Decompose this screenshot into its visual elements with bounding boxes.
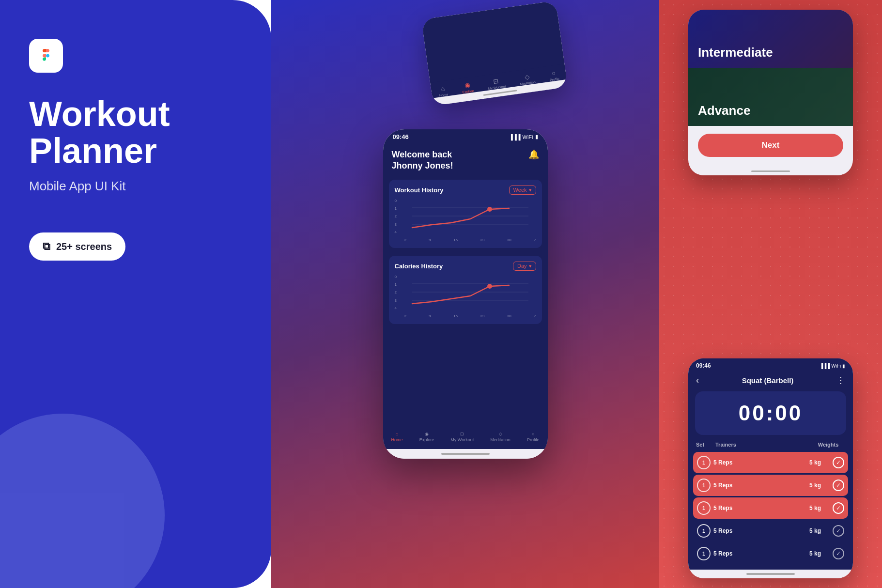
- right-panel: Intermediate Advance Next 09:46 ▐▐▐ WiFi…: [659, 0, 882, 588]
- intermediate-label: Intermediate: [698, 45, 773, 60]
- welcome-text: Welcome backJhonny Jones!: [392, 149, 453, 172]
- explore-icon: ◉: [464, 81, 470, 89]
- intermediate-card[interactable]: Intermediate: [688, 10, 853, 68]
- top-nav-home[interactable]: ⌂ Home: [437, 84, 448, 97]
- calories-history-section: Calories History Day ▾ 43210: [389, 256, 542, 324]
- workout-icon: ⊡: [493, 77, 499, 85]
- nav-my-workout[interactable]: ⊡ My Workout: [450, 432, 474, 442]
- weight-4: 5 kg: [801, 527, 830, 534]
- main-phone: 09:46 ▐▐▐ WiFi ▮ Welcome backJhonny Jone…: [383, 129, 548, 459]
- top-nav-profile[interactable]: ○ Profile: [548, 69, 559, 82]
- weight-5: 5 kg: [801, 550, 830, 557]
- set-header: Set: [696, 442, 715, 448]
- squat-signal-icon: ▐▐▐ WiFi ▮: [820, 363, 845, 369]
- copy-icon: ⧉: [43, 240, 50, 253]
- svg-point-7: [487, 284, 492, 289]
- calories-x-axis: 291623307: [404, 314, 536, 318]
- workout-chart: 43210 2916233: [395, 199, 536, 242]
- left-panel: Workout Planner Mobile App UI Kit ⧉ 25+ …: [0, 0, 271, 588]
- squat-screen: 09:46 ▐▐▐ WiFi ▮ ‹ Squat (Barbell) ⋮ 00:…: [688, 358, 853, 570]
- level-home-bar: [751, 170, 790, 172]
- phone-screen: Welcome backJhonny Jones! 🔔 Workout Hist…: [383, 142, 548, 449]
- phone-top: ⌂ Home ◉ Explore ⊡ My Workout ◇ Meditati…: [421, 0, 567, 106]
- home-bar-indicator: [441, 453, 490, 455]
- nav-home[interactable]: ⌂ Home: [391, 432, 403, 442]
- timer-display: 00:00: [705, 401, 836, 425]
- reps-1: 5 Reps: [713, 459, 798, 466]
- chevron-down-icon: ▾: [529, 187, 532, 193]
- screens-count: 25+ screens: [56, 241, 112, 252]
- explore-nav-icon: ◉: [425, 432, 429, 436]
- center-area: ⌂ Home ◉ Explore ⊡ My Workout ◇ Meditati…: [271, 0, 659, 588]
- status-bar: 09:46 ▐▐▐ WiFi ▮: [383, 129, 548, 142]
- clock: 09:46: [393, 133, 409, 140]
- weights-header: Weights: [811, 442, 845, 448]
- squat-title: Squat (Barbell): [742, 376, 794, 385]
- reps-3: 5 Reps: [713, 505, 798, 511]
- set-number-2: 1: [697, 479, 711, 492]
- home-icon: ⌂: [440, 85, 445, 93]
- workout-svg-area: [404, 199, 536, 234]
- weight-2: 5 kg: [801, 482, 830, 489]
- squat-header: ‹ Squat (Barbell) ⋮: [688, 371, 853, 389]
- check-icon-2: ✓: [833, 480, 844, 491]
- squat-timer: 00:00: [695, 391, 846, 435]
- back-icon[interactable]: ‹: [696, 375, 699, 386]
- more-icon[interactable]: ⋮: [836, 375, 845, 386]
- check-icon-5: ✓: [833, 548, 844, 559]
- app-title: Workout Planner: [29, 96, 242, 169]
- reps-4: 5 Reps: [713, 527, 798, 534]
- next-button[interactable]: Next: [698, 134, 843, 157]
- table-header: Set Trainers Weights: [688, 440, 853, 450]
- chevron-down-icon-2: ▾: [529, 263, 532, 269]
- check-icon-1: ✓: [833, 457, 844, 468]
- level-phone-home-bar: [688, 167, 853, 175]
- set-number-4: 1: [697, 524, 711, 538]
- profile-icon: ○: [551, 69, 556, 77]
- squat-row-4[interactable]: 1 5 Reps 5 kg ✓: [693, 520, 848, 542]
- squat-phone: 09:46 ▐▐▐ WiFi ▮ ‹ Squat (Barbell) ⋮ 00:…: [688, 358, 853, 578]
- nav-explore[interactable]: ◉ Explore: [419, 432, 434, 442]
- day-label: Day: [517, 263, 527, 269]
- workout-history-section: Workout History Week ▾ 43210: [389, 180, 542, 248]
- top-nav-explore[interactable]: ◉ Explore: [461, 81, 474, 94]
- bottom-nav: ⌂ Home ◉ Explore ⊡ My Workout ◇ Meditati…: [383, 428, 548, 449]
- advance-card[interactable]: Advance: [688, 68, 853, 126]
- profile-nav-icon: ○: [532, 432, 534, 436]
- my-workout-nav-icon: ⊡: [460, 432, 464, 436]
- calories-history-title: Calories History: [395, 263, 443, 270]
- meditation-nav-icon: ◇: [499, 432, 502, 436]
- day-filter[interactable]: Day ▾: [513, 262, 536, 271]
- week-label: Week: [513, 187, 527, 193]
- squat-row-2[interactable]: 1 5 Reps 5 kg ✓: [693, 475, 848, 496]
- nav-profile[interactable]: ○ Profile: [527, 432, 540, 442]
- meditation-icon: ◇: [524, 73, 529, 81]
- wifi-icon: WiFi: [523, 134, 533, 140]
- set-number-1: 1: [697, 456, 711, 469]
- svg-point-3: [487, 207, 492, 212]
- squat-row-5[interactable]: 1 5 Reps 5 kg ✓: [693, 543, 848, 564]
- workout-x-axis: 291623307: [404, 238, 536, 242]
- weight-1: 5 kg: [801, 459, 830, 466]
- squat-row-1[interactable]: 1 5 Reps 5 kg ✓: [693, 452, 848, 473]
- week-filter[interactable]: Week ▾: [509, 186, 536, 195]
- bell-icon[interactable]: 🔔: [528, 149, 539, 160]
- workout-y-axis: 43210: [395, 199, 402, 234]
- set-number-5: 1: [697, 547, 711, 560]
- squat-clock: 09:46: [696, 362, 711, 369]
- main-phone-home-bar: [383, 449, 548, 459]
- squat-row-3[interactable]: 1 5 Reps 5 kg ✓: [693, 497, 848, 519]
- phone-header: Welcome backJhonny Jones! 🔔: [383, 142, 548, 176]
- workout-history-title: Workout History: [395, 186, 444, 194]
- squat-phone-home-bar: [688, 570, 853, 578]
- home-nav-label: Home: [391, 437, 403, 442]
- calories-chart: 43210 291623307: [395, 275, 536, 318]
- reps-2: 5 Reps: [713, 482, 798, 489]
- check-icon-4: ✓: [833, 525, 844, 537]
- nav-meditation[interactable]: ◇ Meditation: [490, 432, 511, 442]
- signal-icon: ▐▐▐: [509, 134, 520, 140]
- screens-badge[interactable]: ⧉ 25+ screens: [29, 232, 125, 261]
- trainers-header: Trainers: [715, 442, 811, 448]
- calories-y-axis: 43210: [395, 275, 402, 310]
- explore-nav-label: Explore: [419, 437, 434, 442]
